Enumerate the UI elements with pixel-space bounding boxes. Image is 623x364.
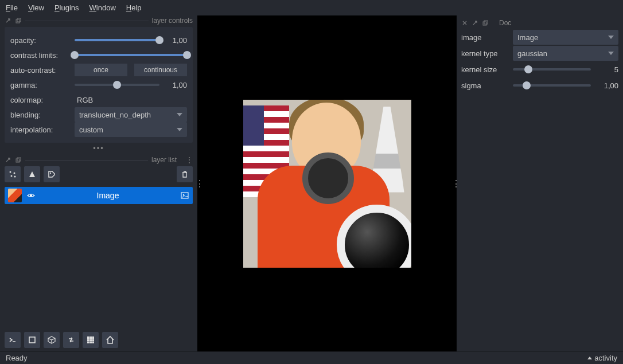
status-activity[interactable]: activity	[594, 354, 617, 362]
layer-controls-header: layer controls	[0, 15, 197, 25]
svg-rect-18	[92, 339, 94, 342]
svg-rect-15	[92, 336, 94, 339]
kernel-size-label: kernel size	[461, 65, 508, 74]
kernel-type-select[interactable]: gaussian	[513, 46, 618, 61]
svg-rect-3	[17, 158, 21, 161]
blending-value: translucent_no_depth	[79, 111, 151, 119]
canvas-viewport[interactable]: ⋮ ⋮	[197, 15, 457, 351]
panel-resize-grip[interactable]: •••	[0, 143, 197, 155]
undock-icon[interactable]	[5, 17, 11, 24]
gamma-value: 1,00	[164, 81, 187, 89]
contrast-label: contrast limits:	[10, 51, 70, 60]
sigma-slider[interactable]	[513, 79, 591, 92]
delete-layer-button[interactable]	[177, 166, 193, 182]
layer-thumbnail	[8, 189, 22, 202]
svg-point-7	[14, 176, 16, 178]
layer-controls-title: layer controls	[152, 17, 193, 25]
console-button[interactable]	[5, 332, 21, 348]
svg-rect-19	[87, 342, 89, 343]
status-bar: Ready activity	[0, 351, 623, 364]
visibility-toggle-icon[interactable]	[26, 191, 36, 200]
blending-label: blending:	[10, 111, 70, 119]
svg-rect-22	[483, 22, 486, 25]
opacity-value: 1,00	[164, 36, 187, 45]
undock-icon[interactable]	[5, 156, 11, 163]
colormap-label: colormap:	[10, 96, 70, 104]
svg-rect-16	[87, 339, 89, 342]
dock-image-label: image	[461, 33, 508, 42]
dock-image-value: Image	[517, 33, 538, 42]
dock-image-select[interactable]: Image	[513, 30, 618, 45]
transpose-button[interactable]	[63, 332, 79, 348]
menu-help[interactable]: Help	[126, 3, 142, 12]
grid-button[interactable]	[83, 332, 99, 348]
svg-rect-12	[29, 337, 35, 343]
auto-contrast-once-button[interactable]: once	[75, 64, 127, 76]
interpolation-value: custom	[79, 126, 103, 134]
undock-icon[interactable]	[472, 19, 478, 26]
float-icon[interactable]	[15, 156, 22, 163]
float-icon[interactable]	[15, 17, 22, 24]
sigma-value: 1,00	[595, 81, 618, 90]
svg-point-6	[11, 175, 13, 177]
chevron-down-icon	[608, 52, 614, 55]
colormap-value: RGB	[75, 96, 93, 104]
float-icon[interactable]	[482, 19, 489, 26]
home-button[interactable]	[102, 332, 118, 348]
resize-grip-right[interactable]: ⋮	[451, 178, 459, 189]
kernel-size-value: 5	[595, 65, 618, 74]
left-sidebar: layer controls opacity: 1,00 contrast li…	[0, 15, 197, 351]
kernel-type-label: kernel type	[461, 49, 508, 58]
svg-rect-1	[17, 18, 21, 22]
menu-bar: File View Plugins Window Help	[0, 0, 623, 15]
gamma-slider[interactable]	[75, 79, 159, 91]
contrast-range[interactable]	[75, 49, 187, 61]
auto-contrast-label: auto-contrast:	[10, 66, 70, 75]
layer-controls-panel: opacity: 1,00 contrast limits: auto-cont…	[5, 27, 193, 143]
svg-point-4	[10, 171, 11, 173]
new-points-button[interactable]	[5, 166, 21, 182]
caret-up-icon[interactable]	[587, 357, 592, 359]
displayed-image	[243, 100, 411, 268]
sigma-label: sigma	[461, 81, 508, 90]
layer-list-title: layer list	[151, 156, 177, 164]
layer-name: Image	[40, 191, 176, 200]
svg-rect-17	[90, 339, 92, 342]
auto-contrast-continuous-button[interactable]: continuous	[134, 64, 187, 76]
svg-rect-13	[87, 336, 89, 339]
menu-view[interactable]: View	[28, 3, 44, 12]
layer-item-image[interactable]: Image	[5, 187, 193, 204]
new-shapes-button[interactable]	[24, 166, 40, 182]
menu-file[interactable]: File	[6, 3, 18, 12]
svg-point-8	[50, 173, 51, 174]
layer-toolbar	[0, 164, 197, 185]
close-icon[interactable]	[461, 19, 468, 26]
resize-grip-left[interactable]: ⋮	[195, 178, 203, 189]
new-labels-button[interactable]	[44, 166, 60, 182]
blending-select[interactable]: translucent_no_depth	[75, 107, 187, 122]
dock-header: Doc	[461, 19, 618, 29]
chevron-down-icon	[608, 36, 614, 39]
interpolation-label: interpolation:	[10, 126, 70, 134]
ndisplay-button[interactable]	[24, 332, 40, 348]
menu-window[interactable]: Window	[89, 3, 116, 12]
status-ready: Ready	[6, 354, 28, 362]
layer-list-header: layer list ⋮	[0, 155, 197, 164]
kernel-size-slider[interactable]	[513, 63, 591, 76]
opacity-slider[interactable]	[75, 34, 159, 46]
dock-title: Doc	[499, 19, 511, 27]
viewer-toolbar	[0, 328, 197, 351]
interpolation-select[interactable]: custom	[75, 122, 187, 137]
svg-point-9	[30, 194, 32, 197]
svg-rect-0	[16, 19, 20, 23]
menu-plugins[interactable]: Plugins	[54, 3, 79, 12]
opacity-label: opacity:	[10, 36, 70, 45]
svg-rect-20	[90, 342, 92, 343]
svg-point-5	[14, 173, 15, 174]
kebab-icon[interactable]: ⋮	[186, 156, 193, 164]
svg-rect-2	[16, 159, 20, 162]
svg-rect-21	[92, 342, 94, 343]
chevron-down-icon	[177, 128, 182, 131]
roll-dims-button[interactable]	[44, 332, 60, 348]
kernel-type-value: gaussian	[517, 49, 547, 58]
